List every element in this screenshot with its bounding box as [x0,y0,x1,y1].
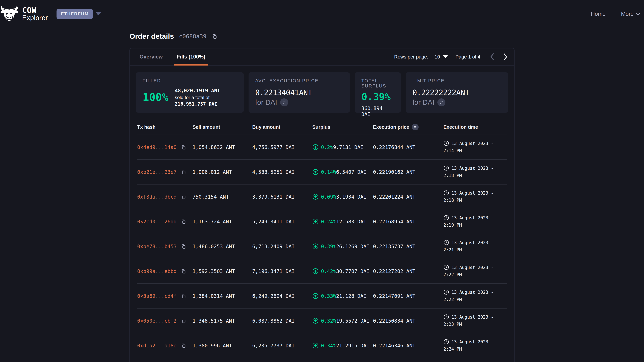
execution-time: 13 August 2023 - 2:21 PM [444,240,494,252]
sell-amount: 1,054.8632 ANT [192,144,252,150]
execution-time-cell: 13 August 2023 - 2:22 PM [444,289,507,303]
surplus-percent: 0.14% [321,169,336,175]
order-id: c0688a39 [179,33,206,40]
execution-time-cell: 13 August 2023 - 2:19 PM [444,214,507,229]
table-row: 0×2cd0...26dd 1,163.724 ANT 5,249.3411 D… [137,209,507,234]
execution-time: 13 August 2023 - 2:14 PM [444,141,494,153]
network-badge[interactable]: ETHEREUM [56,9,93,19]
swap-arrows-icon[interactable] [412,124,418,130]
avg-price-unit: for DAI [255,98,277,106]
next-page-button[interactable] [504,53,508,60]
copy-icon[interactable] [180,293,186,299]
copy-icon[interactable] [180,268,186,274]
execution-time: 13 August 2023 - 2:23 PM [444,315,494,327]
filled-card: FILLED 100% 48,020.1919 ANT sold for a t… [136,72,244,113]
chevron-down-icon [636,13,640,15]
stats-row: FILLED 100% 48,020.1919 ANT sold for a t… [130,72,514,113]
swap-arrows-icon[interactable] [438,98,446,106]
rows-per-page-label: Rows per page: [394,54,428,60]
clock-icon [444,165,449,171]
surplus-percent: 0.09% [321,194,336,200]
surplus-amount: 26.1269 DAI [336,244,370,249]
nav-home[interactable]: Home [591,11,606,17]
table-row: 0xbe78...b453 1,486.0253 ANT 6,713.2409 … [137,234,507,259]
copy-icon[interactable] [212,33,218,39]
execution-price: 0.22201224 ANT [373,194,444,200]
tx-hash-link[interactable]: 0xf8da...dbcd [137,194,176,200]
copy-icon[interactable] [180,194,186,200]
execution-time: 13 August 2023 - 2:19 PM [444,215,494,228]
chevron-right-icon [504,53,508,60]
execution-time-cell: 13 August 2023 - 2:22 PM [444,264,507,278]
logo-title: COW [22,6,48,14]
limit-price-unit: for DAI [412,98,434,106]
swap-arrows-icon[interactable] [280,98,288,106]
execution-price: 0.22168954 ANT [373,219,444,225]
table-header: Tx hash Sell amount Buy amount Surplus E… [137,119,507,135]
surplus-amount: 19.5572 DAI [336,318,370,324]
filled-sold-line: sold for a total of 216,951.757 DAI [175,94,237,107]
copy-icon[interactable] [180,219,186,224]
buy-amount: 4,756.5977 DAI [252,144,312,150]
table-row: 0xb21e...23e7 1,006.012 ANT 4,533.5951 D… [137,160,507,185]
tx-hash-link[interactable]: 0×3a69...cd4f [137,293,176,299]
tx-hash-link[interactable]: 0xb99a...ebbd [137,268,176,274]
column-execution-price: Execution price [373,124,444,130]
filled-label: FILLED [142,78,237,83]
filled-sold-total: 216,951.757 DAI [175,101,217,107]
previous-page-button[interactable] [490,53,494,60]
buy-amount: 6,713.2409 DAI [252,244,312,249]
surplus-amount: 21.128 DAI [336,293,366,299]
main-nav: Home More [591,11,644,17]
tab-fills[interactable]: Fills (100%) [177,48,206,65]
arrow-up-circle-icon [312,144,319,150]
clock-icon [444,289,449,295]
execution-time-cell: 13 August 2023 - 2:18 PM [444,165,507,179]
buy-amount: 3,379.6131 DAI [252,194,312,200]
tab-bar: Overview Fills (100%) Rows per page: 10 … [130,48,514,65]
tx-hash-link[interactable]: 0xb21e...23e7 [137,169,176,175]
nav-more[interactable]: More [621,11,640,17]
tx-hash-link[interactable]: 0xd1a2...a18e [137,343,176,349]
execution-price: 0.22176844 ANT [373,144,444,150]
copy-icon[interactable] [180,169,186,175]
arrow-up-circle-icon [312,243,319,250]
table-row: 0xf8da...dbcd 750.3154 ANT 3,379.6131 DA… [137,185,507,209]
execution-time: 13 August 2023 - 2:18 PM [444,166,494,178]
cow-explorer-logo[interactable]: COW Explorer [0,6,48,22]
buy-amount: 5,249.3411 DAI [252,219,312,225]
clock-icon [444,140,449,146]
sell-amount: 1,486.0253 ANT [192,244,252,249]
surplus-percent: 0.34% [321,343,336,349]
execution-time: 13 August 2023 - 2:18 PM [444,191,494,203]
execution-time-cell: 13 August 2023 - 2:24 PM [444,338,507,353]
copy-icon[interactable] [180,244,186,249]
order-panel: Overview Fills (100%) Rows per page: 10 … [130,48,514,362]
sell-amount: 750.3154 ANT [192,194,252,200]
copy-icon[interactable] [180,144,186,150]
copy-icon[interactable] [180,318,186,324]
limit-price-label: LIMIT PRICE [412,78,502,83]
copy-icon[interactable] [180,343,186,349]
fills-table-body: 0×4ed9...14a0 1,054.8632 ANT 4,756.5977 … [137,135,507,358]
tx-hash-link[interactable]: 0×2cd0...26dd [137,219,176,225]
page-indicator: Page 1 of 4 [456,54,480,60]
column-sell-amount: Sell amount [192,124,252,130]
column-buy-amount: Buy amount [252,124,312,130]
avg-price-label: AVG. EXECUTION PRICE [255,78,343,83]
limit-price-card: LIMIT PRICE 0.22222222ANT for DAI [406,72,508,113]
execution-time-cell: 13 August 2023 - 2:21 PM [444,239,507,254]
tx-hash-link[interactable]: 0×050e...cbf2 [137,318,176,324]
tab-overview[interactable]: Overview [140,48,163,65]
tx-hash-link[interactable]: 0×4ed9...14a0 [137,144,176,150]
execution-time: 13 August 2023 - 2:22 PM [444,265,494,277]
execution-time-cell: 13 August 2023 - 2:18 PM [444,190,507,204]
buy-amount: 6,235.7737 DAI [252,343,312,349]
network-selector[interactable]: ETHEREUM [56,9,101,19]
tx-hash-link[interactable]: 0xbe78...b453 [137,244,176,249]
rows-per-page-select[interactable]: 10 [434,54,448,60]
arrow-up-circle-icon [312,194,319,200]
arrow-up-circle-icon [312,318,319,324]
clock-icon [444,190,449,196]
column-execution-time: Execution time [444,124,507,130]
